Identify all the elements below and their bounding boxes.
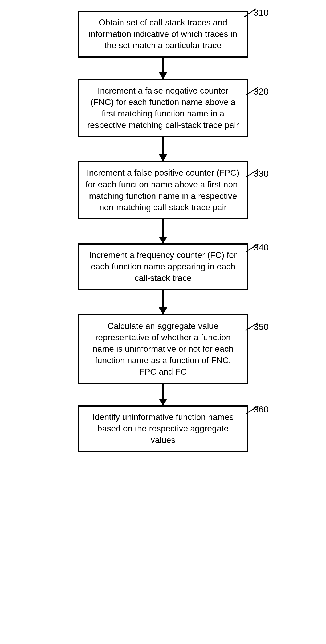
step-330-label: 330 <box>254 168 269 179</box>
step-340-row: Increment a frequency counter (FC) for e… <box>43 243 283 290</box>
step-340-box: Increment a frequency counter (FC) for e… <box>78 243 248 290</box>
step-360-text: Identify uninformative function names ba… <box>92 412 234 445</box>
step-330-row: Increment a false positive counter (FPC)… <box>43 161 283 219</box>
step-350-text: Calculate an aggregate value representat… <box>93 321 233 377</box>
step-360-box: Identify uninformative function names ba… <box>78 405 248 452</box>
arrow-5 <box>43 384 283 405</box>
arrow-head-icon <box>159 237 167 244</box>
step-310-box: Obtain set of call-stack traces and info… <box>78 11 248 58</box>
step-320-box: Increment a false negative counter (FNC)… <box>78 79 248 137</box>
step-340-label: 340 <box>254 242 269 253</box>
arrow-head-icon <box>159 154 167 161</box>
step-320-label: 320 <box>254 86 269 97</box>
step-320-row: Increment a false negative counter (FNC)… <box>43 79 283 137</box>
step-350-box: Calculate an aggregate value representat… <box>78 314 248 384</box>
arrow-3 <box>43 219 283 243</box>
flowchart: Obtain set of call-stack traces and info… <box>43 11 283 452</box>
step-330-box: Increment a false positive counter (FPC)… <box>78 161 248 219</box>
step-320-text: Increment a false negative counter (FNC)… <box>87 86 239 130</box>
arrow-2 <box>43 137 283 161</box>
arrow-head-icon <box>159 307 167 314</box>
arrow-head-icon <box>159 72 167 79</box>
step-330-text: Increment a false positive counter (FPC)… <box>85 168 241 212</box>
arrow-1 <box>43 58 283 79</box>
step-310-text: Obtain set of call-stack traces and info… <box>89 18 237 50</box>
step-350-row: Calculate an aggregate value representat… <box>43 314 283 384</box>
step-310-label: 310 <box>254 7 269 18</box>
step-350-label: 350 <box>254 322 269 332</box>
arrow-head-icon <box>159 399 167 406</box>
step-360-row: Identify uninformative function names ba… <box>43 405 283 452</box>
step-360-label: 360 <box>254 404 269 415</box>
step-340-text: Increment a frequency counter (FC) for e… <box>89 250 237 283</box>
step-310-row: Obtain set of call-stack traces and info… <box>43 11 283 58</box>
arrow-4 <box>43 290 283 314</box>
